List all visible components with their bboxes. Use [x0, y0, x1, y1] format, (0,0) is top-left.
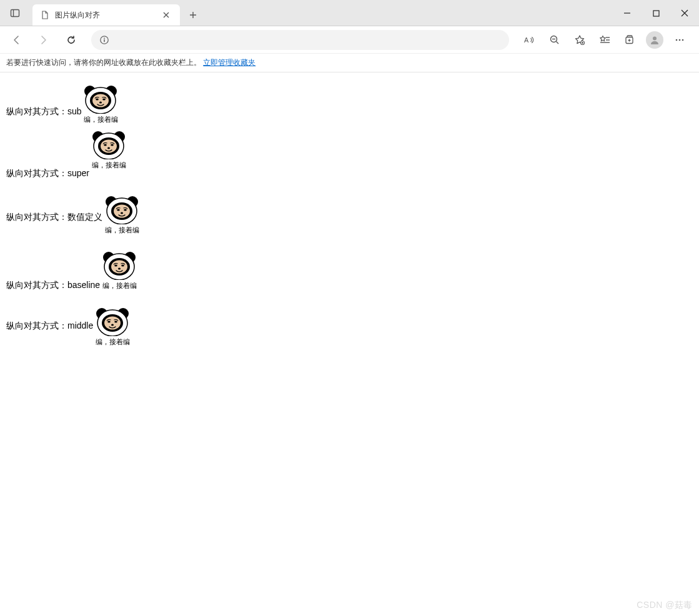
tab-actions-button[interactable]: [0, 0, 30, 26]
svg-rect-0: [11, 9, 19, 16]
example-row-baseline: 纵向对其方式：baseline 编，接着编: [6, 250, 693, 291]
tab-title: 图片纵向对齐: [55, 10, 155, 21]
panda-caption: 编，接着编: [92, 161, 126, 170]
refresh-icon: [66, 34, 77, 46]
arrow-right-icon: [38, 34, 49, 46]
more-icon: [674, 34, 685, 46]
collections-button[interactable]: [618, 29, 642, 51]
panda-caption: 编，接着编: [84, 115, 118, 124]
panda-image: 编，接着编: [96, 306, 130, 347]
close-icon: [681, 9, 688, 17]
example-row-middle: 纵向对其方式：middle 编，接着编: [6, 306, 693, 347]
svg-rect-6: [104, 39, 105, 42]
panda-caption: 编，接着编: [96, 337, 130, 347]
row-label: 纵向对其方式：baseline: [6, 280, 100, 290]
zoom-out-icon: [549, 34, 560, 46]
arrow-left-icon: [11, 34, 22, 46]
example-row-numeric: 纵向对其方式：数值定义 编，接着编: [6, 194, 693, 235]
svg-point-19: [682, 39, 684, 41]
panda-image: 编，接着编: [92, 129, 126, 170]
plus-icon: [189, 11, 197, 19]
svg-point-5: [104, 37, 105, 39]
browser-toolbar: A: [0, 26, 699, 54]
svg-rect-3: [653, 11, 659, 16]
browser-tab[interactable]: 图片纵向对齐: [32, 4, 180, 26]
maximize-button[interactable]: [642, 0, 670, 26]
favorites-list-button[interactable]: [593, 29, 617, 51]
svg-line-9: [557, 41, 559, 44]
favorite-button[interactable]: [568, 29, 592, 51]
forward-button[interactable]: [32, 29, 55, 51]
close-icon: [163, 12, 169, 18]
example-row-super: 纵向对其方式：super 编，接着编: [6, 134, 693, 179]
tab-actions-icon: [10, 8, 20, 18]
panda-image: 编，接着编: [102, 250, 137, 291]
manage-favorites-link[interactable]: 立即管理收藏夹: [203, 57, 255, 68]
close-window-button[interactable]: [670, 0, 699, 26]
titlebar: 图片纵向对齐: [0, 0, 699, 26]
zoom-out-button[interactable]: [543, 29, 567, 51]
example-row-sub: 纵向对其方式：sub 编，接着编: [6, 79, 693, 119]
page-content: 纵向对其方式：sub 编，接着编 纵向对其方式：super 编，接着编 纵向对其…: [0, 72, 699, 368]
refresh-button[interactable]: [60, 29, 82, 51]
read-aloud-button[interactable]: A: [518, 29, 542, 51]
svg-text:A: A: [524, 36, 529, 44]
new-tab-button[interactable]: [184, 6, 202, 24]
window-controls: [613, 0, 699, 26]
svg-point-18: [679, 39, 681, 41]
panda-image: 编，接着编: [84, 84, 118, 124]
row-label: 纵向对其方式：middle: [6, 320, 93, 330]
collections-icon: [624, 34, 635, 46]
panda-caption: 编，接着编: [105, 226, 139, 235]
minimize-icon: [623, 9, 631, 17]
row-label: 纵向对其方式：sub: [6, 106, 82, 116]
maximize-icon: [653, 10, 660, 17]
row-label: 纵向对其方式：数值定义: [6, 212, 102, 222]
avatar-icon: [646, 31, 663, 49]
favorites-prompt: 若要进行快速访问，请将你的网址收藏放在此收藏夹栏上。: [6, 57, 201, 68]
minimize-button[interactable]: [613, 0, 642, 26]
svg-point-16: [653, 36, 657, 40]
site-info-button[interactable]: [99, 34, 110, 46]
read-aloud-icon: A: [524, 35, 535, 45]
watermark: CSDN @菇毒: [637, 600, 693, 611]
row-label: 纵向对其方式：super: [6, 168, 89, 178]
address-bar[interactable]: [91, 30, 509, 50]
file-icon: [40, 10, 50, 20]
url-input[interactable]: [115, 35, 502, 44]
favorites-bar: 若要进行快速访问，请将你的网址收藏放在此收藏夹栏上。 立即管理收藏夹: [0, 54, 699, 72]
panda-caption: 编，接着编: [102, 281, 137, 291]
star-icon: [574, 34, 585, 46]
toolbar-actions: A: [518, 29, 694, 51]
svg-point-17: [676, 39, 678, 41]
star-lines-icon: [599, 34, 610, 46]
tab-close-button[interactable]: [160, 9, 172, 21]
info-icon: [99, 35, 109, 45]
back-button[interactable]: [5, 29, 27, 51]
panda-image: 编，接着编: [105, 194, 139, 235]
profile-button[interactable]: [643, 29, 667, 51]
more-button[interactable]: [668, 29, 692, 51]
